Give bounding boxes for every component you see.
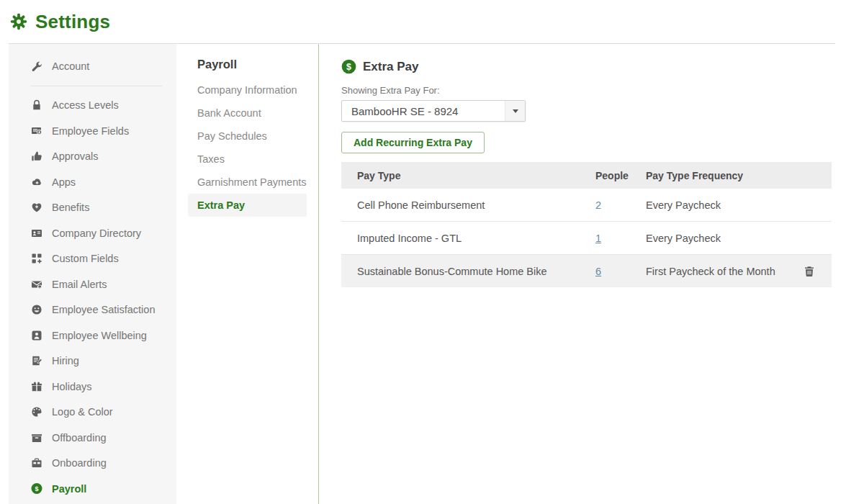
page-title: Settings <box>35 11 110 33</box>
submenu-item-company-information[interactable]: Company Information <box>188 78 307 102</box>
sidebar-item-hiring[interactable]: Hiring <box>9 348 176 374</box>
lock-icon <box>31 99 42 111</box>
caret-down-icon[interactable] <box>505 101 525 121</box>
section-title: Extra Pay <box>363 60 419 74</box>
cloud-icon <box>31 176 42 188</box>
table-body: Cell Phone Reimbursement2Every PaycheckI… <box>341 189 832 287</box>
sidebar-divider <box>31 86 162 86</box>
thumbs-up-icon <box>31 150 42 162</box>
clipboard-pencil-icon <box>31 355 42 366</box>
svg-text:$: $ <box>346 62 351 72</box>
sidebar-item-payroll[interactable]: $Payroll <box>9 476 176 502</box>
pay-schedule-dropdown[interactable]: BambooHR SE - 8924 <box>341 100 526 122</box>
briefcase-icon <box>31 457 42 469</box>
sidebar-item-account[interactable]: Account <box>9 53 176 79</box>
sidebar-item-label: Payroll <box>52 483 86 495</box>
id-badge-icon <box>31 125 42 137</box>
trash-icon[interactable] <box>804 266 814 277</box>
table-row-cell-phone-reimbursement: Cell Phone Reimbursement2Every Paycheck <box>341 189 832 221</box>
dollar-circle-icon: $ <box>31 483 42 495</box>
content-separator <box>318 44 319 504</box>
settings-page: Settings AccountAccess LevelsEmployee Fi… <box>0 0 864 504</box>
table-row-sustainable-bonus-commute-home-bike: Sustainable Bonus-Commute Home Bike6Firs… <box>341 254 832 287</box>
pay-type-cell: Cell Phone Reimbursement <box>341 199 595 211</box>
table-header-row: Pay Type People Pay Type Frequency <box>341 162 832 189</box>
heart-plus-icon <box>31 202 42 213</box>
gift-icon <box>31 381 42 392</box>
sidebar-item-employee-satisfaction[interactable]: Employee Satisfaction <box>9 297 176 323</box>
submenu-title: Payroll <box>197 58 318 71</box>
sidebar-item-logo-color[interactable]: Logo & Color <box>9 400 176 426</box>
sidebar-item-label: Employee Fields <box>52 125 129 137</box>
smiley-icon <box>31 304 42 315</box>
svg-text:$: $ <box>35 485 38 492</box>
sidebar-item-label: Employee Wellbeing <box>52 330 147 341</box>
pay-type-cell: Sustainable Bonus-Commute Home Bike <box>341 266 595 277</box>
sidebar-nav: AccountAccess LevelsEmployee FieldsAppro… <box>9 53 176 502</box>
sidebar-item-label: Account <box>52 60 89 72</box>
filter-label: Showing Extra Pay For: <box>341 85 832 96</box>
settings-sidebar: AccountAccess LevelsEmployee FieldsAppro… <box>9 44 176 504</box>
sidebar-item-label: Apps <box>52 176 76 188</box>
people-count-link[interactable]: 1 <box>595 233 601 244</box>
sidebar-item-employee-wellbeing[interactable]: Employee Wellbeing <box>9 323 176 348</box>
sidebar-item-label: Access Levels <box>52 99 119 111</box>
pay-type-cell: Imputed Income - GTL <box>341 233 595 244</box>
sidebar-item-employee-fields[interactable]: Employee Fields <box>9 118 176 144</box>
sidebar-item-label: Logo & Color <box>52 406 113 418</box>
sidebar-item-label: Custom Fields <box>52 253 119 264</box>
sidebar-item-label: Onboarding <box>52 457 107 469</box>
extra-pay-panel: $ Extra Pay Showing Extra Pay For: Bambo… <box>341 44 832 287</box>
submenu-item-pay-schedules[interactable]: Pay Schedules <box>188 125 307 148</box>
sidebar-item-benefits[interactable]: Benefits <box>9 195 176 221</box>
envelope-bell-icon <box>31 279 42 290</box>
extra-pay-heading: $ Extra Pay <box>341 59 832 74</box>
sidebar-item-offboarding[interactable]: Offboarding <box>9 425 176 451</box>
people-count-link[interactable]: 6 <box>595 266 601 277</box>
frequency-cell: Every Paycheck <box>646 233 798 244</box>
custom-fields-icon <box>31 253 42 264</box>
sidebar-item-label: Company Directory <box>52 228 141 239</box>
submenu-item-garnishment-payments[interactable]: Garnishment Payments <box>188 171 307 194</box>
sidebar-item-label: Approvals <box>52 150 98 162</box>
sidebar-item-label: Hiring <box>52 355 79 366</box>
sidebar-item-approvals[interactable]: Approvals <box>9 144 176 170</box>
sidebar-item-holidays[interactable]: Holidays <box>9 374 176 400</box>
sidebar-item-custom-fields[interactable]: Custom Fields <box>9 246 176 272</box>
wrench-icon <box>31 60 42 72</box>
palette-icon <box>31 406 42 418</box>
sidebar-item-company-directory[interactable]: Company Directory <box>9 220 176 246</box>
people-count-link[interactable]: 2 <box>595 199 601 211</box>
payroll-submenu: Payroll Company InformationBank AccountP… <box>176 44 318 504</box>
sidebar-item-label: Benefits <box>52 202 89 213</box>
dollar-circle-icon: $ <box>341 59 356 74</box>
add-recurring-extra-pay-button[interactable]: Add Recurring Extra Pay <box>341 132 485 153</box>
sidebar-item-email-alerts[interactable]: Email Alerts <box>9 271 176 297</box>
box-icon <box>31 432 42 444</box>
sidebar-item-apps[interactable]: Apps <box>9 169 176 195</box>
column-header-frequency: Pay Type Frequency <box>646 170 798 181</box>
extra-pay-table: Pay Type People Pay Type Frequency Cell … <box>341 162 832 287</box>
column-header-people: People <box>595 170 646 181</box>
dropdown-value: BambooHR SE - 8924 <box>342 101 505 121</box>
submenu-item-bank-account[interactable]: Bank Account <box>188 102 307 125</box>
sidebar-item-label: Offboarding <box>52 432 107 444</box>
address-card-icon <box>31 228 42 239</box>
submenu-nav: Company InformationBank AccountPay Sched… <box>176 78 318 217</box>
sidebar-item-access-levels[interactable]: Access Levels <box>9 93 176 119</box>
frequency-cell: Every Paycheck <box>646 199 798 211</box>
frequency-cell: First Paycheck of the Month <box>646 266 798 277</box>
column-header-pay-type: Pay Type <box>341 170 595 181</box>
sidebar-item-onboarding[interactable]: Onboarding <box>9 451 176 477</box>
sidebar-item-label: Employee Satisfaction <box>52 304 155 315</box>
submenu-item-extra-pay[interactable]: Extra Pay <box>188 194 307 217</box>
gear-icon <box>9 12 28 31</box>
sidebar-item-label: Email Alerts <box>52 279 107 290</box>
page-header: Settings <box>0 0 864 43</box>
person-icon <box>31 330 42 341</box>
table-row-imputed-income-gtl: Imputed Income - GTL1Every Paycheck <box>341 221 832 254</box>
sidebar-item-label: Holidays <box>52 381 92 392</box>
submenu-item-taxes[interactable]: Taxes <box>188 148 307 171</box>
